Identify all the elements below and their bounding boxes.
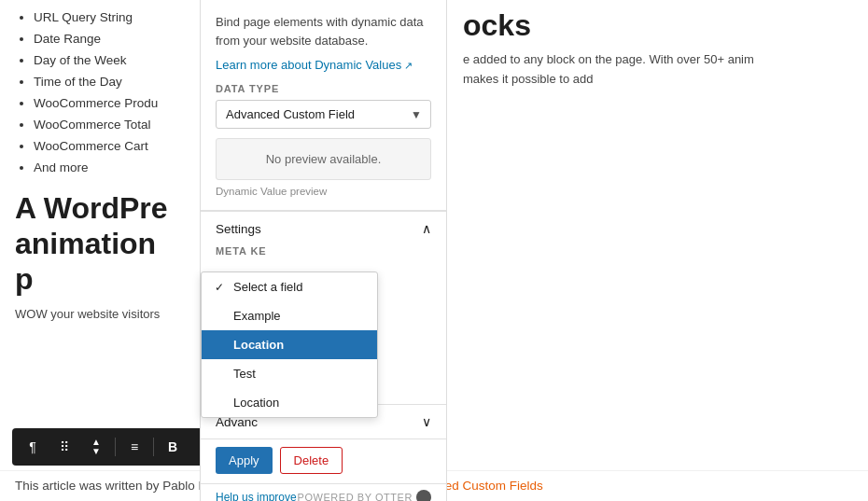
- chevron-up-icon: ∧: [422, 221, 431, 236]
- panel-top: Bind page elements with dynamic data fro…: [201, 0, 446, 211]
- settings-label: Settings: [216, 222, 261, 236]
- help-link[interactable]: Help us improve: [216, 491, 297, 501]
- field-type-select-wrapper: Advanced Custom Field ▼: [216, 100, 431, 129]
- list-item: And more: [34, 158, 176, 179]
- toolbar-divider: [115, 438, 116, 456]
- move-up-icon[interactable]: ▲ ▼: [81, 432, 111, 462]
- list-item: Time of the Day: [34, 72, 176, 93]
- dropdown-item-label: Location: [233, 396, 279, 410]
- dropdown-item-test[interactable]: Test: [202, 359, 377, 388]
- align-icon[interactable]: ≡: [119, 432, 149, 462]
- action-buttons: Apply Delete: [201, 438, 446, 483]
- powered-by: POWERED BY OTTER: [298, 490, 432, 501]
- otter-icon: [416, 490, 431, 501]
- right-heading: ocks: [463, 7, 853, 43]
- feature-list: URL Query String Date Range Day of the W…: [15, 7, 176, 179]
- page-heading: A WordPre animation p: [15, 190, 176, 298]
- dropdown-item-location-highlighted[interactable]: Location: [202, 330, 377, 359]
- paragraph-icon[interactable]: ¶: [18, 432, 48, 462]
- list-item: WooCommerce Cart: [34, 136, 176, 158]
- list-item: Date Range: [34, 29, 176, 50]
- bind-description: Bind page elements with dynamic data fro…: [216, 13, 431, 49]
- checkmark-icon: ✓: [215, 281, 228, 294]
- preview-box: No preview available.: [216, 138, 431, 180]
- right-content: ocks e added to any block on the page. W…: [448, 0, 868, 97]
- wow-text: WOW your website visitors: [15, 305, 176, 325]
- dropdown-item-label: Select a field: [233, 280, 302, 294]
- dynamic-value-label: Dynamic Value preview: [216, 186, 431, 197]
- field-dropdown[interactable]: ✓ Select a field Example Location Test: [201, 271, 378, 418]
- data-type-label: DATA TYPE: [216, 83, 431, 94]
- left-content: URL Query String Date Range Day of the W…: [0, 0, 191, 501]
- dropdown-item-label: Test: [233, 367, 256, 381]
- chevron-down-icon: ∨: [422, 414, 431, 429]
- field-type-select[interactable]: Advanced Custom Field: [216, 100, 431, 129]
- list-item: WooCommerce Produ: [34, 93, 176, 115]
- bottom-bar: Help us improve POWERED BY OTTER: [201, 483, 446, 501]
- list-item: Day of the Week: [34, 50, 176, 72]
- dropdown-item-example[interactable]: Example: [202, 301, 377, 330]
- right-body-text: e added to any block on the page. With o…: [463, 50, 853, 90]
- dropdown-item-label: Example: [233, 309, 281, 323]
- delete-button[interactable]: Delete: [280, 447, 343, 474]
- dropdown-item-location[interactable]: Location: [202, 388, 377, 417]
- dropdown-item-label: Location: [233, 338, 284, 352]
- list-item: URL Query String: [34, 7, 176, 29]
- meta-key-label: META KE: [216, 245, 431, 257]
- drag-handle-icon[interactable]: ⠿: [49, 432, 79, 462]
- settings-toggle[interactable]: Settings ∧: [201, 212, 446, 245]
- editor-toolbar: ¶ ⠿ ▲ ▼ ≡ B: [12, 428, 205, 466]
- plugin-panel: Bind page elements with dynamic data fro…: [200, 0, 447, 501]
- bold-icon[interactable]: B: [158, 432, 188, 462]
- settings-body: META KE ✓ Select a field Example Locatio…: [201, 245, 446, 273]
- dropdown-item-select-field[interactable]: ✓ Select a field: [202, 272, 377, 301]
- learn-more-link[interactable]: Learn more about Dynamic Values: [216, 58, 413, 72]
- list-item: WooCommerce Total: [34, 115, 176, 136]
- settings-section: Settings ∧ META KE ✓ Select a field Exam…: [201, 211, 446, 273]
- apply-button[interactable]: Apply: [216, 447, 273, 474]
- toolbar-divider-2: [153, 438, 154, 456]
